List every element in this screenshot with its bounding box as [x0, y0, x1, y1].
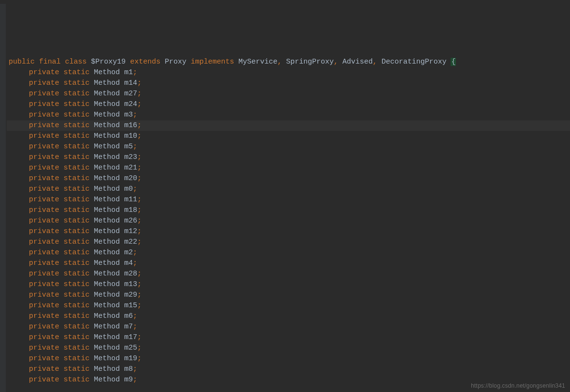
- keyword-static: static: [64, 333, 90, 341]
- semicolon: ;: [137, 121, 142, 130]
- comma: ,: [373, 58, 377, 66]
- keyword-private: private: [29, 132, 59, 140]
- field-type: Method: [94, 238, 120, 246]
- field-declaration-line: private static Method m17;: [7, 332, 570, 343]
- semicolon: ;: [137, 206, 142, 214]
- keyword-static: static: [64, 291, 90, 299]
- keyword-static: static: [64, 68, 90, 77]
- field-declaration-line: private static Method m16;: [7, 120, 570, 131]
- field-type: Method: [94, 291, 120, 299]
- keyword-static: static: [64, 79, 90, 87]
- field-declaration-line: private static Method m0;: [7, 184, 570, 195]
- field-declaration-line: private static Method m26;: [7, 216, 570, 226]
- keyword-private: private: [29, 376, 59, 384]
- semicolon: ;: [133, 185, 137, 193]
- keyword-static: static: [64, 143, 90, 151]
- semicolon: ;: [133, 143, 137, 151]
- keyword-private: private: [29, 143, 59, 151]
- semicolon: ;: [137, 196, 142, 204]
- keyword-static: static: [64, 132, 90, 140]
- field-type: Method: [94, 344, 120, 352]
- field-type: Method: [94, 259, 120, 267]
- field-type: Method: [94, 301, 120, 310]
- field-declaration-line: private static Method m2;: [7, 248, 570, 258]
- field-name: m1: [124, 68, 133, 77]
- keyword-static: static: [64, 100, 90, 108]
- field-name: m22: [124, 238, 137, 246]
- keyword-private: private: [29, 354, 59, 363]
- keyword-static: static: [64, 111, 90, 119]
- semicolon: ;: [137, 227, 142, 235]
- iface-1: MyService: [238, 58, 277, 66]
- field-name: m9: [124, 376, 133, 384]
- keyword-private: private: [29, 111, 59, 119]
- field-type: Method: [94, 143, 120, 151]
- field-name: m8: [124, 365, 133, 373]
- field-type: Method: [94, 90, 120, 98]
- field-type: Method: [94, 333, 120, 341]
- field-type: Method: [94, 206, 120, 214]
- keyword-private: private: [29, 185, 59, 193]
- semicolon: ;: [133, 68, 137, 77]
- field-name: m12: [124, 227, 137, 235]
- field-type: Method: [94, 248, 120, 257]
- watermark-text: https://blog.csdn.net/gongsenlin341: [471, 382, 565, 389]
- semicolon: ;: [137, 217, 142, 225]
- semicolon: ;: [137, 153, 142, 161]
- keyword-static: static: [64, 259, 90, 267]
- field-name: m25: [124, 344, 137, 352]
- keyword-private: private: [29, 153, 59, 161]
- field-name: m28: [124, 270, 137, 278]
- keyword-static: static: [64, 354, 90, 363]
- field-name: m4: [124, 259, 133, 267]
- field-type: Method: [94, 100, 120, 108]
- field-declaration-line: private static Method m3;: [7, 110, 570, 120]
- field-name: m26: [124, 217, 137, 225]
- comma: ,: [277, 58, 282, 66]
- keyword-static: static: [64, 344, 90, 352]
- field-name: m7: [124, 323, 133, 331]
- semicolon: ;: [137, 354, 142, 363]
- keyword-static: static: [64, 185, 90, 193]
- semicolon: ;: [137, 79, 142, 87]
- keyword-private: private: [29, 206, 59, 214]
- field-declaration-line: private static Method m7;: [7, 322, 570, 332]
- open-brace-matched: {: [451, 58, 456, 66]
- keyword-static: static: [64, 312, 90, 320]
- keyword-static: static: [64, 227, 90, 235]
- field-type: Method: [94, 376, 120, 384]
- keyword-private: private: [29, 68, 59, 77]
- semicolon: ;: [133, 376, 137, 384]
- field-name: m6: [124, 312, 133, 320]
- code-area[interactable]: public final class $Proxy19 extends Prox…: [0, 36, 570, 392]
- semicolon: ;: [133, 248, 137, 257]
- keyword-private: private: [29, 196, 59, 204]
- semicolon: ;: [137, 301, 142, 310]
- keyword-private: private: [29, 174, 59, 183]
- field-name: m16: [124, 121, 137, 130]
- code-editor[interactable]: public final class $Proxy19 extends Prox…: [0, 0, 570, 392]
- field-declaration-line: private static Method m22;: [7, 237, 570, 248]
- keyword-private: private: [29, 344, 59, 352]
- field-name: m10: [124, 132, 137, 140]
- comma: ,: [334, 58, 338, 66]
- field-declaration-line: private static Method m19;: [7, 353, 570, 364]
- keyword-public: public: [9, 58, 35, 66]
- keyword-static: static: [64, 90, 90, 98]
- keyword-private: private: [29, 270, 59, 278]
- keyword-static: static: [64, 376, 90, 384]
- keyword-static: static: [64, 270, 90, 278]
- keyword-static: static: [64, 174, 90, 183]
- field-declaration-line: private static Method m29;: [7, 290, 570, 301]
- keyword-class: class: [65, 58, 87, 66]
- field-declaration-line: private static Method m28;: [7, 269, 570, 279]
- keyword-private: private: [29, 323, 59, 331]
- semicolon: ;: [137, 90, 142, 98]
- keyword-static: static: [64, 153, 90, 161]
- keyword-private: private: [29, 227, 59, 235]
- field-name: m15: [124, 301, 137, 310]
- field-name: m27: [124, 90, 137, 98]
- field-name: m17: [124, 333, 137, 341]
- iface-2: SpringProxy: [286, 58, 334, 66]
- field-name: m14: [124, 79, 137, 87]
